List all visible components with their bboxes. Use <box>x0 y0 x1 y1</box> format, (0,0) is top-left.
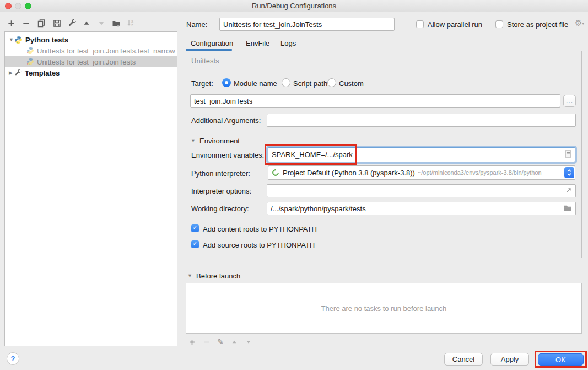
before-launch-collapse-icon[interactable]: ▼ <box>187 273 192 278</box>
python-test-config-icon <box>26 47 34 55</box>
working-directory-input[interactable]: /.../spark/python/pyspark/tests <box>267 202 576 215</box>
sort-alphabetically-icon: az <box>125 18 136 28</box>
target-module-name-label[interactable]: Module name <box>234 79 277 88</box>
save-configuration-icon[interactable] <box>51 18 62 28</box>
tree-item-templates[interactable]: ▶ Templates <box>5 67 177 78</box>
name-input[interactable]: Unittests for test_join.JoinTests <box>219 18 395 31</box>
section-divider <box>228 61 576 61</box>
tree-item-label: Unittests for test_join.JoinTests <box>37 58 136 66</box>
python-tests-icon <box>14 36 23 44</box>
tree-item-unittests-narrow[interactable]: Unittests for test_join.JoinTests.test_n… <box>5 45 177 56</box>
target-label: Target: <box>191 79 213 88</box>
tree-item-label: Python tests <box>25 36 68 44</box>
tree-item-python-tests[interactable]: ▼ Python tests <box>5 34 177 45</box>
expand-field-icon[interactable] <box>565 187 572 195</box>
before-launch-task-list[interactable]: There are no tasks to run before launch <box>186 283 582 334</box>
svg-text:z: z <box>131 23 133 27</box>
before-launch-empty-message: There are no tasks to run before launch <box>321 304 447 313</box>
tab-configuration[interactable]: Configuration <box>191 39 233 47</box>
target-custom-label[interactable]: Custom <box>339 79 364 88</box>
environment-variables-input[interactable]: SPARK_HOME=/.../spark <box>268 147 575 162</box>
add-source-roots-label[interactable]: Add source roots to PYTHONPATH <box>203 241 315 249</box>
target-module-name-radio[interactable] <box>222 78 231 87</box>
new-folder-icon[interactable] <box>111 18 122 28</box>
wrench-icon <box>14 69 22 77</box>
store-as-project-file-checkbox[interactable] <box>495 20 503 28</box>
interpreter-path: ~/opt/miniconda3/envs/pyspark-3.8/bin/py… <box>418 169 542 176</box>
collapse-arrow-icon[interactable]: ▼ <box>9 37 14 42</box>
cancel-button[interactable]: Cancel <box>444 353 483 366</box>
close-window-button[interactable] <box>5 3 12 9</box>
conda-environment-icon <box>272 169 279 176</box>
browse-module-button[interactable]: ... <box>563 95 576 107</box>
move-up-icon[interactable] <box>81 18 92 28</box>
unittests-section-label: Unittests <box>191 57 219 65</box>
target-script-path-radio[interactable] <box>282 78 290 87</box>
remove-configuration-icon[interactable] <box>20 18 31 28</box>
before-launch-section-label: Before launch <box>196 272 240 280</box>
additional-arguments-input[interactable] <box>267 114 576 127</box>
configurations-tree: ▼ Python tests Unittests for test_join.J… <box>4 31 177 346</box>
edit-templates-icon[interactable] <box>67 18 78 28</box>
tree-item-label: Templates <box>25 69 60 77</box>
add-configuration-icon[interactable] <box>6 18 17 28</box>
before-launch-add-icon[interactable] <box>186 337 197 347</box>
gear-icon[interactable]: ⚙▾ <box>575 18 584 28</box>
before-launch-edit-icon: ✎ <box>215 337 226 347</box>
additional-arguments-label: Additional Arguments: <box>191 116 261 125</box>
run-debug-configurations-dialog: Run/Debug Configurations az ▼ Pyt <box>0 0 588 370</box>
name-label: Name: <box>186 20 207 29</box>
before-launch-move-up-icon <box>229 337 240 347</box>
before-launch-remove-icon <box>201 337 212 347</box>
add-content-roots-checkbox[interactable] <box>191 224 199 232</box>
section-divider <box>244 141 576 141</box>
working-directory-label: Working directory: <box>191 205 249 213</box>
tab-logs[interactable]: Logs <box>280 39 296 47</box>
add-content-roots-label[interactable]: Add content roots to PYTHONPATH <box>203 225 317 233</box>
target-script-path-label[interactable]: Script path <box>293 79 327 88</box>
ok-button[interactable]: OK <box>538 353 584 366</box>
module-name-input[interactable]: test_join.JoinTests <box>190 94 560 108</box>
section-divider <box>247 276 582 276</box>
add-source-roots-checkbox[interactable] <box>191 240 199 248</box>
zoom-window-button[interactable] <box>25 3 31 9</box>
window-title: Run/Debug Configurations <box>0 0 588 12</box>
svg-text:a: a <box>131 19 133 23</box>
expand-arrow-icon[interactable]: ▶ <box>9 70 14 76</box>
python-test-config-icon <box>26 58 34 66</box>
tree-item-label: Unittests for test_join.JoinTests.test_n… <box>37 47 177 55</box>
apply-button[interactable]: Apply <box>490 353 529 366</box>
minimize-window-button <box>15 3 21 9</box>
tree-item-unittests-jointests-selected[interactable]: Unittests for test_join.JoinTests <box>5 56 177 67</box>
allow-parallel-run-checkbox[interactable] <box>416 20 424 28</box>
store-as-project-file-label: Store as project file <box>507 20 568 29</box>
target-custom-radio[interactable] <box>327 78 336 87</box>
interpreter-dropdown-icon[interactable] <box>564 167 574 178</box>
allow-parallel-run-label: Allow parallel run <box>428 20 482 29</box>
title-bar: Run/Debug Configurations <box>0 0 588 12</box>
copy-configuration-icon[interactable] <box>36 18 47 28</box>
tab-envfile[interactable]: EnvFile <box>246 39 269 47</box>
edit-environment-variables-icon[interactable] <box>565 150 571 159</box>
environment-section-label: Environment <box>199 137 240 145</box>
interpreter-options-input[interactable] <box>267 184 576 197</box>
environment-collapse-icon[interactable]: ▼ <box>191 138 196 143</box>
before-launch-move-down-icon <box>243 337 254 347</box>
move-down-icon <box>96 18 107 28</box>
python-interpreter-label: Python interpreter: <box>191 169 250 178</box>
interpreter-options-label: Interpreter options: <box>191 187 251 195</box>
help-button[interactable]: ? <box>7 352 19 365</box>
python-interpreter-select[interactable]: Project Default (Python 3.8 (pyspark-3.8… <box>268 165 575 180</box>
environment-variables-label: Environment variables: <box>191 151 264 159</box>
folder-icon[interactable] <box>564 204 572 213</box>
